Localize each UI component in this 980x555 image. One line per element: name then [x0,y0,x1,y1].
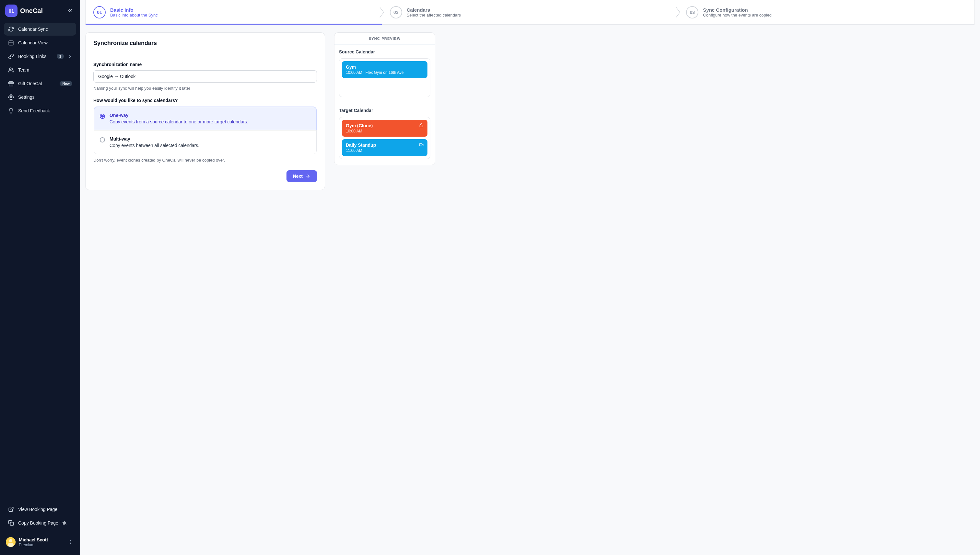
svg-line-8 [11,507,13,510]
nav-label: Booking Links [18,54,46,59]
svg-point-13 [70,540,71,541]
calendar-icon [8,40,14,46]
nav-label: Settings [18,95,35,100]
option-title: One-way [109,113,248,118]
svg-rect-9 [10,522,14,526]
next-button-label: Next [293,173,303,179]
step-title: Calendars [407,7,461,13]
step-sync-config[interactable]: 03 Sync Configuration Configure how the … [678,0,975,24]
field-label: How would you like to sync calendars? [93,98,317,103]
main: 01 Basic Info Basic info about the Sync … [80,0,980,555]
sync-icon [8,26,14,32]
nav-feedback[interactable]: Send Feedback [4,104,76,117]
dots-vertical-icon [68,539,73,545]
lock-icon [419,123,423,128]
field-sync-mode: How would you like to sync calendars? On… [93,98,317,162]
sidebar: 01 OneCal Calendar Sync Calendar View Bo… [0,0,80,555]
nav-view-booking-page[interactable]: View Booking Page [4,503,76,516]
sync-form-card: Synchronize calendars Synchronization na… [85,32,325,190]
team-icon [8,67,14,73]
field-sync-name: Synchronization name Naming your sync wi… [93,62,317,91]
step-basic-info[interactable]: 01 Basic Info Basic info about the Sync [85,0,382,24]
nav-booking-links[interactable]: Booking Links 1 [4,50,76,63]
nav-label: Team [18,67,29,72]
nav-team[interactable]: Team [4,63,76,76]
nav-label: Copy Booking Page link [18,520,66,526]
sync-preview-card: SYNC PREVIEW Source Calendar Gym 10:00 A… [334,32,435,165]
event-title: Gym [346,64,404,70]
event-card: Gym 10:00 AM · Flex Gym on 16th Ave [342,61,428,78]
logo[interactable]: 01 OneCal [5,5,43,17]
step-title: Sync Configuration [703,7,772,13]
step-subtitle: Basic info about the Sync [110,13,158,18]
gift-icon [8,80,14,87]
user-plan: Premium [19,543,48,547]
option-desc: Copy events from a source calendar to on… [109,119,248,124]
bulb-icon [8,107,14,114]
nav-calendar-view[interactable]: Calendar View [4,36,76,49]
gear-icon [8,94,14,100]
arrow-right-icon [305,173,311,179]
nav-label: View Booking Page [18,507,57,512]
event-title: Gym (Clone) [346,123,373,128]
primary-nav: Calendar Sync Calendar View Booking Link… [4,22,76,117]
radio-indicator [100,137,105,143]
options-hint: Don't worry, event clones created by One… [93,158,317,162]
user-row: Michael Scott Premium [4,534,76,550]
link-icon [8,53,14,59]
nav-copy-booking-link[interactable]: Copy Booking Page link [4,517,76,529]
event-sub: 11:00 AM [346,148,376,153]
event-card: Gym (Clone) 10:00 AM [342,120,428,136]
video-icon [419,143,423,147]
target-label: Target Calendar [339,108,430,113]
step-number: 01 [93,6,106,18]
step-subtitle: Configure how the events are copied [703,13,772,18]
chevron-double-left-icon [67,8,73,14]
source-label: Source Calendar [339,49,430,55]
svg-point-4 [10,68,11,70]
svg-point-11 [9,539,12,542]
svg-rect-17 [420,125,423,127]
target-calendar-section: Target Calendar Gym (Clone) 10:00 AM [335,103,435,165]
radio-one-way[interactable]: One-way Copy events from a source calend… [94,106,317,130]
user-menu-button[interactable] [66,538,74,546]
svg-point-7 [10,96,12,98]
next-button[interactable]: Next [286,170,317,182]
sync-name-input[interactable] [93,70,317,83]
nav-label: Send Feedback [18,108,50,113]
nav-settings[interactable]: Settings [4,91,76,104]
radio-indicator [100,114,105,119]
source-calendar-box: Gym 10:00 AM · Flex Gym on 16th Ave [339,58,430,97]
logo-mark: 01 [5,5,18,17]
nav-label: Calendar Sync [18,27,48,32]
event-sub: 10:00 AM · Flex Gym on 16th Ave [346,70,404,75]
step-number: 02 [390,6,402,18]
event-card: Daily Standup 11:00 AM [342,139,428,156]
target-calendar-box: Gym (Clone) 10:00 AM Daily Standup 11:00… [339,117,430,159]
nav-label: Calendar View [18,40,48,45]
option-desc: Copy events between all selected calenda… [109,143,199,148]
svg-rect-18 [419,144,422,146]
form-heading: Synchronize calendars [93,40,317,47]
svg-rect-12 [8,543,14,547]
step-subtitle: Select the affected calendars [407,13,461,18]
field-hint: Naming your sync will help you easily id… [93,86,317,91]
avatar[interactable] [6,537,16,547]
svg-point-14 [70,542,71,543]
preview-title: SYNC PREVIEW [335,33,435,45]
field-label: Synchronization name [93,62,317,67]
event-sub: 10:00 AM [346,129,373,133]
svg-rect-0 [9,41,13,45]
external-icon [8,506,14,513]
source-calendar-section: Source Calendar Gym 10:00 AM · Flex Gym … [335,45,435,103]
svg-point-15 [70,543,71,544]
nav-gift[interactable]: Gift OneCal New [4,77,76,90]
badge-new: New [60,81,72,86]
copy-icon [8,520,14,526]
radio-multi-way[interactable]: Multi-way Copy events between all select… [94,130,317,154]
collapse-sidebar-button[interactable] [65,6,75,16]
nav-calendar-sync[interactable]: Calendar Sync [4,22,76,35]
user-name: Michael Scott [19,537,48,543]
step-calendars[interactable]: 02 Calendars Select the affected calenda… [382,0,679,24]
option-title: Multi-way [109,136,199,141]
